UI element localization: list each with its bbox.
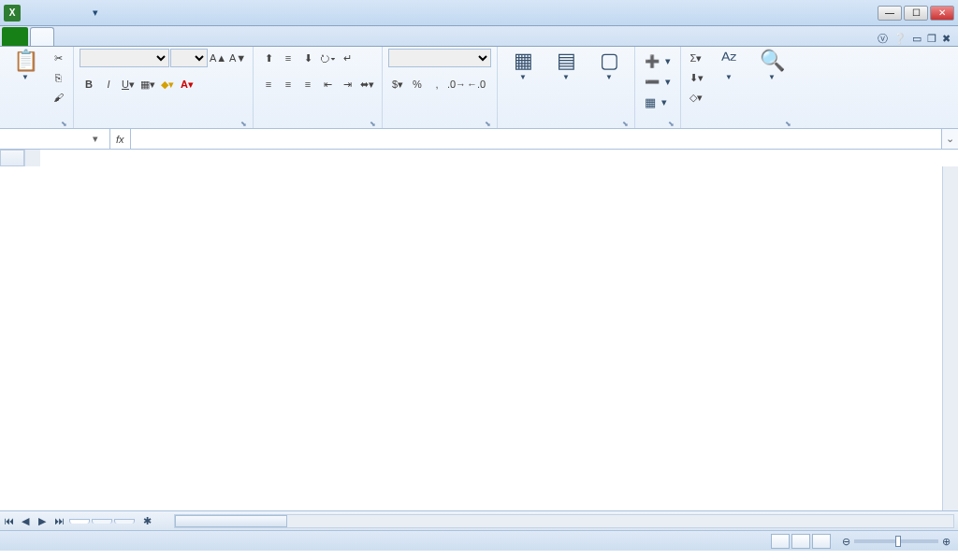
align-top-button[interactable]: ⬆ [259,49,278,67]
currency-button[interactable]: $▾ [388,75,407,93]
ribbon-minimize-icon[interactable]: ⓥ [878,32,888,46]
name-box[interactable]: ▾ [0,129,110,149]
view-layout-button[interactable] [791,534,810,549]
fill-color-button[interactable]: ◆▾ [158,75,177,93]
conditional-formatting-button[interactable]: ▦▼ [503,49,543,83]
status-bar: ⊖ ⊕ [0,530,958,551]
tab-acrobat[interactable] [189,27,211,46]
font-name-select[interactable] [80,49,169,67]
decrease-font-button[interactable]: A▼ [228,49,247,67]
wrap-text-button[interactable]: ↵ [338,49,356,67]
formula-input[interactable] [131,129,941,149]
close-button[interactable]: ✕ [930,6,954,21]
qat-customize[interactable]: ▾ [87,5,104,22]
fx-button[interactable]: fx [116,134,124,145]
delete-icon: ➖ [645,75,660,89]
tab-data[interactable] [122,27,144,46]
fill-button[interactable]: ⬇▾ [687,68,705,87]
italic-button[interactable]: I [99,75,118,93]
name-box-input[interactable] [4,134,88,145]
tab-home[interactable] [30,27,54,46]
clear-button[interactable]: ◇▾ [687,88,705,107]
group-label [80,115,247,128]
font-size-select[interactable] [170,49,208,67]
delete-cells-button[interactable]: ➖▾ [641,74,675,91]
sheet-tab-active[interactable] [69,519,90,524]
tab-file[interactable] [2,27,28,46]
spreadsheet-grid [0,150,958,510]
ribbon-tabs: ⓥ ❔ ▭ ❐ ✖ [0,26,958,47]
find-icon: 🔍 [760,50,785,71]
format-painter-button[interactable]: 🖌 [49,88,67,107]
format-cells-button[interactable]: ▦▾ [641,94,671,111]
align-middle-button[interactable]: ≡ [279,49,298,67]
format-as-table-button[interactable]: ▤▼ [546,49,586,83]
sheet-tab-2[interactable] [92,519,112,524]
doc-restore-icon[interactable]: ❐ [927,33,936,45]
number-format-select[interactable] [388,49,491,67]
minimize-button[interactable]: — [878,6,902,21]
group-editing: Σ▾ ⬇▾ ◇▾ ᴬᶻ▼ 🔍▼ [681,47,797,128]
formula-bar: ▾ fx ⌄ [0,129,958,150]
sheet-tab-3[interactable] [114,519,135,524]
tab-review[interactable] [144,27,167,46]
title-bar: X ▾ — ☐ ✕ [0,0,958,26]
tab-formulas[interactable] [99,27,122,46]
copy-button[interactable]: ⎘ [49,68,67,87]
tab-nav-prev[interactable]: ◀ [17,515,34,527]
underline-button[interactable]: U▾ [119,75,138,93]
maximize-button[interactable]: ☐ [904,6,928,21]
zoom-out-button[interactable]: ⊖ [842,536,850,547]
align-center-button[interactable]: ≡ [279,75,298,93]
tab-page-layout[interactable] [77,27,99,46]
name-box-dropdown[interactable]: ▾ [88,133,103,145]
comma-button[interactable]: , [428,75,446,93]
align-right-button[interactable]: ≡ [298,75,317,93]
align-bottom-button[interactable]: ⬇ [298,49,317,67]
formula-expand-button[interactable]: ⌄ [941,129,958,149]
doc-minimize-icon[interactable]: ▭ [912,33,922,45]
sort-filter-button[interactable]: ᴬᶻ▼ [709,49,748,83]
cut-button[interactable]: ✂ [49,49,67,67]
zoom-slider[interactable] [854,539,938,543]
tab-nav-first[interactable]: ⏮ [0,515,17,526]
decrease-decimal-button[interactable]: ←.0 [467,75,486,93]
merge-center-button[interactable]: ⬌▾ [357,75,376,93]
border-button[interactable]: ▦▾ [138,75,157,93]
quick-access-toolbar: ▾ [28,5,104,22]
new-sheet-button[interactable]: ✱ [138,515,155,527]
cell-styles-button[interactable]: ▢▼ [589,49,629,83]
orientation-button[interactable]: ⭮▾ [318,49,337,67]
percent-button[interactable]: % [408,75,427,93]
help-icon[interactable]: ❔ [893,33,907,45]
tab-view[interactable] [167,27,189,46]
horizontal-scrollbar[interactable] [174,514,954,528]
doc-close-icon[interactable]: ✖ [942,33,951,45]
redo-button[interactable] [67,5,84,22]
zoom-slider-thumb[interactable] [895,536,901,547]
vertical-scrollbar[interactable] [942,166,958,510]
group-font: A▲ A▼ B I U▾ ▦▾ ◆▾ A▾ [74,47,254,128]
tab-nav-last[interactable]: ⏭ [51,515,67,526]
zoom-in-button[interactable]: ⊕ [942,536,951,547]
increase-indent-button[interactable]: ⇥ [338,75,356,93]
save-button[interactable] [28,5,45,22]
view-normal-button[interactable] [771,534,790,549]
insert-cells-button[interactable]: ➕▾ [641,53,675,70]
increase-decimal-button[interactable]: .0→ [447,75,466,93]
font-color-button[interactable]: A▾ [178,75,196,93]
increase-font-button[interactable]: A▲ [209,49,227,67]
find-select-button[interactable]: 🔍▼ [752,49,791,83]
tab-insert[interactable] [54,27,77,46]
paste-button[interactable]: 📋▼ [6,49,45,83]
scrollbar-thumb[interactable] [175,515,287,527]
align-left-button[interactable]: ≡ [259,75,278,93]
bold-button[interactable]: B [80,75,98,93]
tab-nav-next[interactable]: ▶ [34,515,51,527]
insert-icon: ➕ [645,54,660,68]
view-pagebreak-button[interactable] [812,534,831,549]
autosum-button[interactable]: Σ▾ [687,49,705,67]
select-all-corner[interactable] [0,150,24,166]
undo-button[interactable] [48,5,65,22]
decrease-indent-button[interactable]: ⇤ [318,75,337,93]
